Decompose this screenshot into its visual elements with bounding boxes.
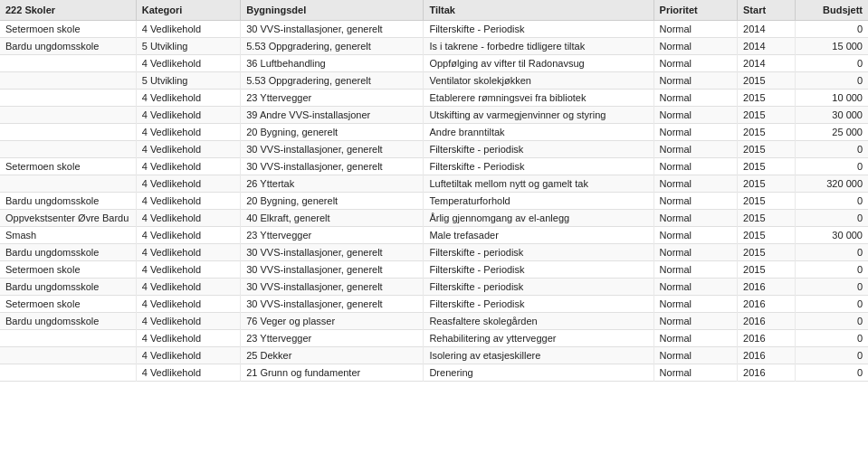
cell-prioritet: Normal xyxy=(653,141,737,158)
cell-kategori: 4 Vedlikehold xyxy=(136,193,241,210)
cell-bygningsdel: 5.53 Oppgradering, generelt xyxy=(241,38,424,55)
cell-tiltak: Ventilator skolekjøkken xyxy=(424,72,653,90)
cell-bygningsdel: 20 Bygning, generelt xyxy=(241,193,424,210)
cell-tiltak: Filterskifte - Periodisk xyxy=(424,158,653,175)
table-row: Bardu ungdomsskole4 Vedlikehold30 VVS-in… xyxy=(0,279,868,296)
cell-start: 2015 xyxy=(738,72,796,90)
table-row: Bardu ungdomsskole4 Vedlikehold30 VVS-in… xyxy=(0,244,868,261)
cell-tiltak: Filterskifte - Periodisk xyxy=(424,296,653,313)
cell-skole: Smash xyxy=(0,227,136,244)
table-row: 4 Vedlikehold23 YtterveggerEtablerere rø… xyxy=(0,90,868,107)
cell-skole xyxy=(0,330,136,347)
cell-tiltak: Temperaturforhold xyxy=(424,193,653,210)
cell-budsjett: 0 xyxy=(795,244,868,261)
cell-bygningsdel: 36 Luftbehandling xyxy=(241,55,424,72)
table-row: Setermoen skole4 Vedlikehold30 VVS-insta… xyxy=(0,296,868,313)
cell-prioritet: Normal xyxy=(653,296,737,313)
cell-bygningsdel: 5.53 Oppgradering, generelt xyxy=(241,72,424,90)
cell-kategori: 4 Vedlikehold xyxy=(136,244,241,261)
cell-budsjett: 0 xyxy=(795,72,868,90)
cell-skole xyxy=(0,347,136,364)
cell-start: 2015 xyxy=(738,107,796,124)
table-row: 4 Vedlikehold30 VVS-installasjoner, gene… xyxy=(0,141,868,158)
cell-kategori: 4 Vedlikehold xyxy=(136,55,241,72)
cell-prioritet: Normal xyxy=(653,279,737,296)
cell-prioritet: Normal xyxy=(653,55,737,72)
cell-prioritet: Normal xyxy=(653,330,737,347)
cell-kategori: 4 Vedlikehold xyxy=(136,175,241,193)
cell-bygningsdel: 30 VVS-installasjoner, generelt xyxy=(241,21,424,38)
cell-budsjett: 0 xyxy=(795,330,868,347)
cell-bygningsdel: 23 Yttervegger xyxy=(241,227,424,244)
cell-start: 2016 xyxy=(738,347,796,364)
cell-start: 2016 xyxy=(738,279,796,296)
cell-budsjett: 0 xyxy=(795,55,868,72)
table-row: Bardu ungdomsskole4 Vedlikehold20 Bygnin… xyxy=(0,193,868,210)
cell-tiltak: Filterskifte - Periodisk xyxy=(424,261,653,279)
cell-skole xyxy=(0,364,136,382)
cell-kategori: 4 Vedlikehold xyxy=(136,158,241,175)
cell-start: 2015 xyxy=(738,244,796,261)
table-row: 4 Vedlikehold23 YtterveggerRehabiliterin… xyxy=(0,330,868,347)
cell-kategori: 4 Vedlikehold xyxy=(136,124,241,141)
cell-prioritet: Normal xyxy=(653,72,737,90)
cell-kategori: 5 Utvikling xyxy=(136,38,241,55)
cell-kategori: 4 Vedlikehold xyxy=(136,261,241,279)
table-row: 4 Vedlikehold20 Bygning, genereltAndre b… xyxy=(0,124,868,141)
cell-budsjett: 15 000 xyxy=(795,38,868,55)
cell-skole: Setermoen skole xyxy=(0,21,136,38)
cell-start: 2015 xyxy=(738,227,796,244)
cell-skole xyxy=(0,124,136,141)
cell-skole: Bardu ungdomsskole xyxy=(0,279,136,296)
cell-kategori: 4 Vedlikehold xyxy=(136,313,241,330)
cell-start: 2015 xyxy=(738,210,796,227)
cell-tiltak: Etablerere rømningsvei fra bibliotek xyxy=(424,90,653,107)
cell-start: 2014 xyxy=(738,38,796,55)
cell-tiltak: Isolering av etasjeskillere xyxy=(424,347,653,364)
cell-start: 2015 xyxy=(738,124,796,141)
cell-start: 2015 xyxy=(738,193,796,210)
cell-tiltak: Utskifting av varmegjenvinner og styring xyxy=(424,107,653,124)
cell-tiltak: Filterskifte - periodisk xyxy=(424,244,653,261)
cell-budsjett: 0 xyxy=(795,210,868,227)
cell-tiltak: Oppfølging av vifter til Radonavsug xyxy=(424,55,653,72)
cell-skole: Setermoen skole xyxy=(0,158,136,175)
cell-bygningsdel: 40 Elkraft, generelt xyxy=(241,210,424,227)
cell-skole: Setermoen skole xyxy=(0,261,136,279)
cell-budsjett: 0 xyxy=(795,347,868,364)
cell-kategori: 4 Vedlikehold xyxy=(136,347,241,364)
header-bygningsdel: Bygningsdel xyxy=(241,0,424,21)
cell-budsjett: 0 xyxy=(795,296,868,313)
table-row: Oppvekstsenter Øvre Bardu4 Vedlikehold40… xyxy=(0,210,868,227)
cell-bygningsdel: 30 VVS-installasjoner, generelt xyxy=(241,158,424,175)
cell-skole xyxy=(0,72,136,90)
cell-kategori: 4 Vedlikehold xyxy=(136,279,241,296)
cell-budsjett: 0 xyxy=(795,21,868,38)
cell-prioritet: Normal xyxy=(653,124,737,141)
table-row: Bardu ungdomsskole5 Utvikling5.53 Oppgra… xyxy=(0,38,868,55)
cell-start: 2015 xyxy=(738,261,796,279)
cell-start: 2016 xyxy=(738,364,796,382)
table-row: Bardu ungdomsskole4 Vedlikehold76 Veger … xyxy=(0,313,868,330)
cell-bygningsdel: 30 VVS-installasjoner, generelt xyxy=(241,244,424,261)
cell-bygningsdel: 23 Yttervegger xyxy=(241,90,424,107)
table-row: 4 Vedlikehold25 DekkerIsolering av etasj… xyxy=(0,347,868,364)
cell-tiltak: Filterskifte - periodisk xyxy=(424,141,653,158)
cell-budsjett: 0 xyxy=(795,279,868,296)
table-row: 4 Vedlikehold39 Andre VVS-installasjoner… xyxy=(0,107,868,124)
cell-tiltak: Årlig gjennomgang av el-anlegg xyxy=(424,210,653,227)
cell-kategori: 4 Vedlikehold xyxy=(136,227,241,244)
cell-tiltak: Reasfaltere skolegården xyxy=(424,313,653,330)
cell-tiltak: Luftetiltak mellom nytt og gamelt tak xyxy=(424,175,653,193)
cell-skole xyxy=(0,55,136,72)
cell-start: 2014 xyxy=(738,21,796,38)
cell-bygningsdel: 30 VVS-installasjoner, generelt xyxy=(241,279,424,296)
cell-prioritet: Normal xyxy=(653,261,737,279)
table-row: Setermoen skole4 Vedlikehold30 VVS-insta… xyxy=(0,21,868,38)
cell-prioritet: Normal xyxy=(653,210,737,227)
cell-start: 2015 xyxy=(738,175,796,193)
header-prioritet: Prioritet xyxy=(653,0,737,21)
cell-start: 2015 xyxy=(738,90,796,107)
cell-prioritet: Normal xyxy=(653,227,737,244)
cell-tiltak: Filterskifte - Periodisk xyxy=(424,21,653,38)
